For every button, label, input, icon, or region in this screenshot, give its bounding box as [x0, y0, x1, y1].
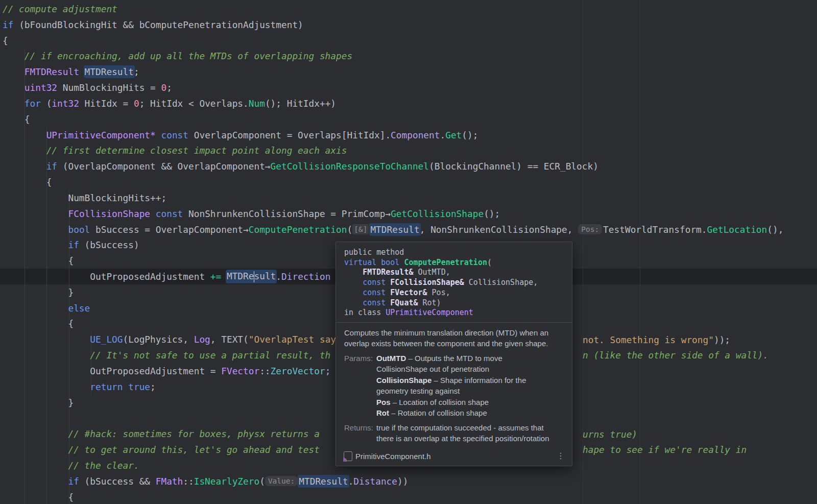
code-line[interactable]: // compute adjustment [0, 1, 817, 17]
code-token: ( [41, 98, 52, 109]
code-token [344, 298, 363, 307]
code-token [376, 258, 381, 267]
code-token: (); [462, 130, 478, 140]
returns-line: true if the computation succeeded - assu… [376, 422, 549, 434]
signature-line: FMTDResult& OutMTD, [344, 268, 564, 278]
code-line[interactable]: FCollisionShape const NonShrunkenCollisi… [0, 206, 817, 222]
code-token: 0 [134, 98, 139, 109]
code-token: public method [344, 248, 404, 257]
signature-line: const FQuat& Rot) [344, 298, 564, 308]
returns-text: true if the computation succeeded - assu… [376, 422, 549, 444]
code-token: { [3, 255, 74, 266]
code-line[interactable]: if (OverlapComponent && OverlapComponent… [0, 158, 817, 174]
signature-line: const FVector& Pos, [344, 288, 564, 298]
code-token: FMTDResult& [363, 268, 413, 277]
code-token: , NonShrunkenCollisionShape, [420, 224, 578, 235]
code-token: )); [714, 334, 730, 345]
code-token: Log [194, 334, 210, 345]
description-line: overlap exists between the component and… [344, 338, 564, 349]
code-line-fragment: urns true) [583, 426, 637, 442]
code-token: :: [259, 366, 270, 376]
code-token: . [440, 130, 445, 140]
code-line-fragment: hape to see if we're really in [583, 442, 747, 458]
code-token: UE_LOG [90, 334, 123, 345]
code-line[interactable]: for (int32 HitIdx = 0; HitIdx < Overlaps… [0, 95, 817, 111]
code-token: (); HitIdx++) [265, 98, 336, 109]
param-entry: Pos – Location of collision shape [376, 397, 526, 408]
code-token: "OverlapTest says [249, 334, 342, 345]
code-token: FCollisionShape& [390, 278, 464, 287]
code-token: )) [397, 476, 408, 487]
code-line[interactable]: { [0, 33, 817, 49]
code-line[interactable]: UPrimitiveComponent* const OverlapCompon… [0, 127, 817, 143]
identifier-usage-highlight: MTDResult [370, 224, 419, 235]
code-line[interactable]: // first determine closest impact point … [0, 142, 817, 158]
code-token: MTDRe [227, 271, 254, 281]
code-token [3, 130, 46, 140]
parameter-name-inlay-hint: Pos: [578, 224, 602, 234]
code-token: ZeroVector [271, 366, 325, 376]
code-token: 0 [161, 82, 166, 93]
code-token: ; [150, 381, 156, 392]
code-token: UPrimitiveComponent* [46, 130, 156, 140]
code-line[interactable]: { [0, 489, 817, 504]
code-token: bool [68, 224, 90, 235]
code-token: ( [259, 476, 265, 487]
doc-footer: h PrimitiveComponent.h ⋮ [336, 447, 572, 466]
code-token: , TEXT( [210, 334, 249, 345]
code-token: FMTDResult [3, 66, 79, 77]
code-token: Direction [281, 271, 330, 282]
code-token: GetLocation [707, 224, 767, 235]
code-token [156, 130, 161, 140]
code-token: urns true) [583, 429, 637, 440]
identifier-usage-highlight: MTDResult [299, 476, 348, 487]
code-token: (bSuccess) [79, 239, 139, 250]
code-line[interactable]: FMTDResult MTDResult; [0, 64, 817, 80]
code-token [123, 381, 129, 392]
code-line[interactable]: { [0, 174, 817, 190]
code-token: int32 [52, 98, 79, 109]
code-token [344, 268, 363, 277]
declaration-file-link[interactable]: PrimitiveComponent.h [355, 452, 431, 461]
code-line[interactable]: uint32 NumBlockingHits = 0; [0, 80, 817, 95]
code-token: ; [166, 82, 172, 93]
code-token: return [3, 381, 123, 392]
returns-line: there is an overlap at the specified pos… [376, 433, 549, 444]
code-token: const [363, 298, 386, 307]
code-token: const [161, 130, 188, 140]
returns-section: Returns: true if the computation succeed… [344, 422, 564, 444]
code-token [150, 208, 156, 219]
code-line[interactable]: if (bFoundBlockingHit && bComputePenetra… [0, 17, 817, 33]
code-token: ; [325, 366, 331, 376]
code-line[interactable]: // if encroaching, add up all the MTDs o… [0, 48, 817, 64]
code-token: const [363, 288, 386, 297]
signature-line: const FCollisionShape& CollisionShape, [344, 278, 564, 288]
code-line[interactable]: if (bSuccess && FMath::IsNearlyZero(Valu… [0, 473, 817, 489]
identifier-usage-highlight: MTDResult [227, 271, 276, 282]
code-token: MTDResult [85, 66, 134, 77]
code-line[interactable]: bool bSuccess = OverlapComponent→Compute… [0, 222, 817, 237]
code-token: :: [183, 476, 194, 487]
code-token [3, 208, 68, 219]
code-token: bool [381, 258, 399, 267]
more-actions-icon[interactable]: ⋮ [557, 452, 565, 460]
code-line[interactable]: { [0, 111, 817, 127]
code-token: // if encroaching, add up all the MTDs o… [3, 51, 352, 61]
code-token: OutProposedAdjustment [3, 271, 210, 282]
code-token [386, 278, 390, 287]
code-line[interactable]: NumBlockingHits++; [0, 190, 817, 206]
code-token: const [156, 208, 183, 219]
code-token: ComputePenetration [404, 258, 487, 267]
method-signature-block: public methodvirtual bool ComputePenetra… [336, 242, 572, 322]
code-token: OverlapComponent = Overlaps[HitIdx]. [188, 130, 391, 140]
code-token: Rot) [418, 298, 441, 307]
code-token: bSuccess = OverlapComponent→ [90, 224, 248, 235]
code-token: NumBlockingHits = [57, 82, 161, 93]
params-list: OutMTD – Outputs the MTD to moveCollisio… [376, 353, 526, 419]
identifier-usage-highlight: MTDResult [85, 66, 134, 77]
code-token: for [3, 98, 41, 109]
doc-body: Computes the minimum translation directi… [336, 322, 572, 444]
signature-line: in class UPrimitiveComponent [344, 308, 564, 318]
code-token: hape to see if we're really in [583, 444, 747, 455]
param-name: Pos [376, 398, 391, 406]
